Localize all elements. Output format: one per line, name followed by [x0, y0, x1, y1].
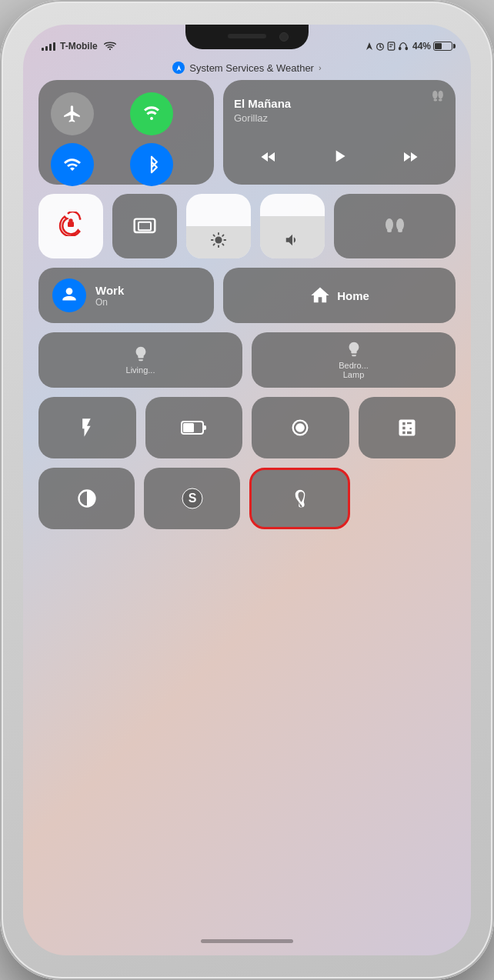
rotation-lock-icon [58, 212, 83, 236]
svg-marker-0 [366, 42, 372, 50]
screen-mirror-icon [132, 214, 157, 238]
ear-icon [289, 487, 312, 510]
home-bar [201, 939, 293, 943]
wifi-status-icon [103, 41, 117, 52]
svg-point-10 [432, 91, 437, 99]
low-power-button[interactable] [145, 397, 243, 458]
bedroom-lamp-button[interactable]: Bedro...Lamp [252, 332, 456, 388]
notch [185, 25, 309, 49]
svg-rect-12 [434, 99, 438, 102]
svg-rect-13 [439, 99, 442, 102]
brightness-icon [210, 232, 227, 252]
svg-rect-34 [203, 425, 206, 430]
calculator-icon [396, 417, 418, 438]
volume-icon [284, 232, 301, 252]
notch-camera [279, 32, 289, 42]
svg-rect-7 [399, 47, 401, 50]
home-button[interactable]: Home [223, 268, 456, 323]
svg-line-23 [214, 235, 215, 236]
control-center: El Mañana Gorillaz [23, 80, 471, 933]
svg-rect-8 [406, 47, 408, 50]
bedroom-bulb-icon [345, 341, 362, 358]
record-icon [289, 417, 311, 438]
battery-icon [433, 42, 452, 51]
connectivity-block [38, 80, 214, 185]
location-bar[interactable]: System Services & Weather › [23, 58, 471, 80]
flashlight-icon [76, 417, 98, 438]
music-block[interactable]: El Mañana Gorillaz [223, 80, 456, 185]
battery-fill [435, 43, 442, 49]
focus-text: Work On [95, 284, 124, 308]
flashlight-button[interactable] [38, 397, 136, 458]
music-controls [234, 143, 445, 174]
signal-bar-4 [53, 42, 55, 51]
bluetooth-icon [144, 155, 159, 174]
music-artist: Gorillaz [234, 112, 445, 124]
signal-bar-3 [49, 44, 52, 51]
alarm-icon [376, 42, 385, 51]
notch-speaker [228, 34, 266, 38]
focus-label: Work [95, 284, 124, 297]
focus-button[interactable]: Work On [38, 268, 214, 323]
screen-lock-button[interactable] [38, 194, 103, 258]
dark-mode-icon [76, 488, 98, 509]
fast-forward-icon [401, 148, 419, 166]
screen-record-button[interactable] [252, 397, 349, 458]
home-label: Home [337, 289, 369, 302]
svg-line-24 [222, 244, 223, 245]
cellular-button[interactable] [130, 92, 173, 135]
phone-frame: T-Mobile [0, 0, 494, 980]
living-room-button[interactable]: Living... [38, 332, 242, 388]
music-play-button[interactable] [326, 143, 352, 174]
airpods-button[interactable] [334, 194, 456, 258]
bluetooth-button[interactable] [130, 143, 173, 186]
status-right: 44% [365, 41, 452, 52]
svg-rect-5 [389, 44, 393, 45]
airplane-mode-button[interactable] [51, 92, 94, 135]
home-indicator [23, 933, 471, 955]
svg-rect-30 [398, 229, 402, 232]
signal-bar-2 [45, 46, 48, 51]
brightness-slider[interactable] [186, 194, 251, 258]
status-icons [365, 42, 409, 51]
airpods-icon [379, 211, 410, 242]
calculator-button[interactable] [359, 397, 456, 458]
person-work-icon [59, 285, 79, 305]
living-room-bulb-icon [132, 345, 149, 362]
music-rewind-button[interactable] [256, 145, 281, 173]
status-left: T-Mobile [42, 41, 117, 52]
screentime-icon [387, 42, 396, 51]
screen-lock-icon [58, 212, 83, 242]
svg-line-26 [214, 244, 215, 245]
signal-bars [42, 42, 55, 51]
dark-mode-button[interactable] [38, 468, 135, 529]
battery-percent: 44% [412, 41, 431, 52]
wifi-icon [63, 155, 82, 174]
rewind-icon [259, 148, 278, 166]
headphones-icon [398, 42, 409, 51]
svg-rect-6 [389, 46, 392, 47]
svg-point-11 [438, 91, 442, 99]
music-forward-button[interactable] [398, 145, 422, 173]
focus-icon [52, 278, 86, 312]
svg-point-36 [295, 423, 305, 432]
row-focus-home: Work On Home [38, 268, 456, 323]
screen-mirror-button[interactable] [112, 194, 177, 258]
svg-marker-9 [176, 65, 181, 71]
row-controls [38, 194, 456, 258]
svg-line-25 [222, 235, 223, 236]
location-service-text: System Services & Weather [189, 62, 314, 74]
background-sounds-button[interactable] [249, 468, 350, 529]
volume-slider[interactable] [260, 194, 325, 258]
wifi-button[interactable] [51, 143, 94, 186]
svg-point-27 [386, 218, 393, 231]
svg-rect-15 [68, 222, 74, 227]
shazam-button[interactable]: S [144, 468, 240, 529]
svg-text:S: S [188, 492, 196, 505]
svg-rect-17 [139, 222, 151, 231]
focus-status: On [95, 297, 124, 308]
location-chevron-icon: › [319, 63, 322, 72]
svg-point-18 [215, 236, 222, 243]
location-status-icon [365, 42, 373, 51]
shazam-icon: S [181, 487, 204, 510]
